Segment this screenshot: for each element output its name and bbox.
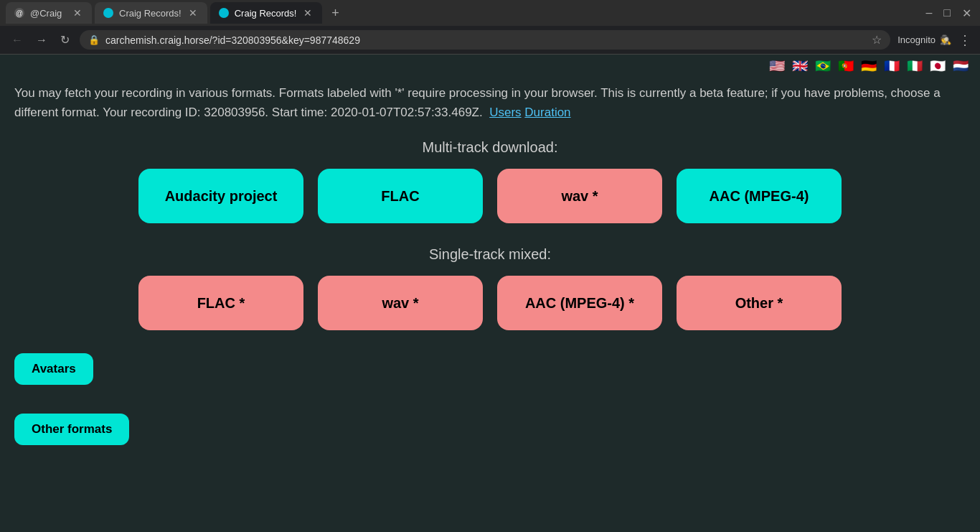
aac-multitrack-button[interactable]: AAC (MPEG-4) [677,169,842,223]
tab-close-records2[interactable]: ✕ [302,6,314,20]
minimize-button[interactable]: – [923,6,935,19]
reload-button[interactable]: ↻ [57,30,72,50]
users-link[interactable]: Users [489,106,521,119]
incognito-icon: 🕵 [940,34,951,45]
tab-records1[interactable]: Craig Records! ✕ [95,2,207,24]
page-content: You may fetch your recording in various … [0,78,980,459]
tab-records2[interactable]: Craig Records! ✕ [210,2,323,24]
duration-link[interactable]: Duration [524,106,570,119]
flag-pt[interactable]: 🇵🇹 [835,59,857,73]
other-single-button[interactable]: Other * [677,276,842,330]
close-button[interactable]: ✕ [959,6,974,20]
browser-chrome: @ @Craig ✕ Craig Records! ✕ Craig Record… [0,0,980,55]
flag-jp[interactable]: 🇯🇵 [927,59,948,73]
tab-title-records1: Craig Records! [119,8,182,19]
url-text: carchemish.craig.horse/?id=320803956&key… [105,34,866,46]
back-button[interactable]: ← [9,31,26,50]
window-controls: – □ ✕ [923,6,974,20]
tab-favicon-records2 [219,8,229,18]
tab-favicon-craig: @ [14,8,24,18]
wav-multitrack-button[interactable]: wav * [497,169,662,223]
flag-nl[interactable]: 🇳🇱 [950,59,971,73]
other-formats-button[interactable]: Other formats [14,414,129,445]
address-bar: ← → ↻ 🔒 carchemish.craig.horse/?id=32080… [0,26,980,55]
flag-it[interactable]: 🇮🇹 [904,59,925,73]
forward-button[interactable]: → [33,31,50,50]
flag-us[interactable]: 🇺🇸 [766,59,788,73]
maximize-button[interactable]: □ [941,6,953,19]
aac-single-button[interactable]: AAC (MPEG-4) * [497,276,662,330]
new-tab-button[interactable]: + [325,3,345,23]
flag-fr[interactable]: 🇫🇷 [881,59,903,73]
flac-single-button[interactable]: FLAC * [138,276,303,330]
url-bar[interactable]: 🔒 carchemish.craig.horse/?id=320803956&k… [80,30,890,50]
flag-br[interactable]: 🇧🇷 [812,59,834,73]
audacity-project-button[interactable]: Audacity project [138,169,303,223]
chrome-menu-button[interactable]: ⋮ [958,32,971,48]
flags-row: 🇺🇸 🇬🇧 🇧🇷 🇵🇹 🇩🇪 🇫🇷 🇮🇹 🇯🇵 🇳🇱 [0,55,980,78]
tab-favicon-records1 [103,8,113,18]
singletrack-label: Single-track mixed: [14,246,966,263]
tab-title-records2: Craig Records! [235,8,297,19]
wav-single-button[interactable]: wav * [318,276,483,330]
flag-gb[interactable]: 🇬🇧 [789,59,811,73]
info-text-main: You may fetch your recording in various … [14,86,941,119]
tab-title-craig: @Craig [30,8,66,19]
flac-multitrack-button[interactable]: FLAC [318,169,483,223]
flag-de[interactable]: 🇩🇪 [858,59,880,73]
incognito-label: Incognito [897,34,936,45]
tab-close-records1[interactable]: ✕ [187,6,199,20]
avatars-button[interactable]: Avatars [14,353,93,385]
incognito-indicator: Incognito 🕵 [897,34,951,45]
tab-craig[interactable]: @ @Craig ✕ [6,2,92,24]
multitrack-label: Multi-track download: [14,139,966,156]
info-paragraph: You may fetch your recording in various … [14,83,966,122]
singletrack-buttons: FLAC * wav * AAC (MPEG-4) * Other * [14,276,966,330]
multitrack-buttons: Audacity project FLAC wav * AAC (MPEG-4) [14,169,966,223]
bookmark-icon[interactable]: ☆ [872,33,882,47]
tab-close-craig[interactable]: ✕ [72,6,83,20]
title-bar: @ @Craig ✕ Craig Records! ✕ Craig Record… [0,0,980,26]
lock-icon: 🔒 [88,34,100,45]
